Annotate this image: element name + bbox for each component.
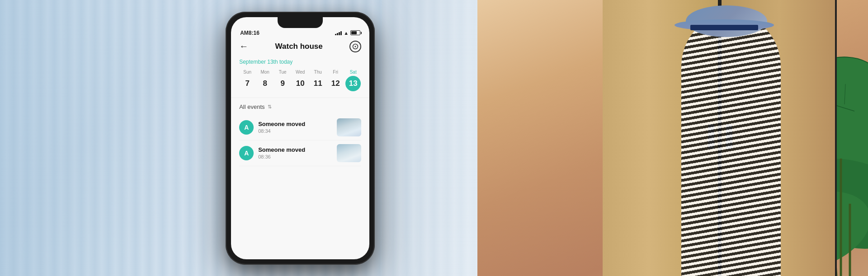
events-section: All events ⇅ A Someone moved 08:34: [231, 100, 369, 170]
event-time-2: 08:36: [258, 154, 332, 159]
signal-icon: [335, 31, 342, 35]
door-frame-right: [835, 0, 837, 276]
event-avatar-2: A: [239, 146, 254, 160]
svg-point-14: [355, 46, 356, 47]
day-number-sat: 13: [345, 76, 361, 91]
app-header: ← Watch house: [231, 39, 369, 57]
event-time-1: 08:34: [258, 128, 332, 134]
phone: AM8:16 ▲ ← Watch house: [226, 12, 375, 265]
event-title-1: Someone moved: [258, 121, 332, 127]
wall-transition: [382, 0, 477, 276]
day-tue[interactable]: Tue 9: [274, 70, 291, 91]
divider: [231, 98, 369, 98]
background: [0, 0, 868, 276]
status-time: AM8:16: [240, 30, 259, 36]
settings-button[interactable]: [349, 41, 361, 52]
event-thumbnail-2: [337, 144, 361, 162]
event-avatar-1: A: [239, 120, 254, 135]
person-shirt: [681, 14, 781, 276]
events-header-label: All events: [239, 103, 264, 110]
day-label-thu: Thu: [314, 70, 322, 75]
day-label-sat: Sat: [350, 70, 357, 75]
person-area: [672, 0, 790, 276]
person-hat-ribbon: [690, 25, 758, 30]
day-label-tue: Tue: [279, 70, 287, 75]
day-number-mon: 8: [257, 76, 273, 91]
date-header: September 13th today: [239, 59, 361, 65]
day-number-fri: 12: [328, 76, 343, 91]
date-section: September 13th today Sun 7 Mon 8 Tue 9: [231, 57, 369, 96]
event-info-1: Someone moved 08:34: [258, 121, 332, 134]
sort-icon: ⇅: [268, 104, 272, 110]
day-number-tue: 9: [275, 76, 290, 91]
day-fri[interactable]: Fri 12: [327, 70, 344, 91]
background-right: [477, 0, 868, 276]
wifi-icon: ▲: [344, 30, 349, 36]
battery-icon: [350, 30, 360, 35]
day-mon[interactable]: Mon 8: [257, 70, 273, 91]
day-sat[interactable]: Sat 13: [345, 70, 361, 91]
status-icons: ▲: [335, 30, 360, 36]
event-item-1[interactable]: A Someone moved 08:34: [239, 115, 361, 140]
event-info-2: Someone moved 08:36: [258, 146, 332, 159]
day-wed[interactable]: Wed 10: [292, 70, 308, 91]
calendar-week: Sun 7 Mon 8 Tue 9 Wed 10: [239, 70, 361, 91]
phone-notch: [278, 17, 323, 28]
day-thu[interactable]: Thu 11: [310, 70, 326, 91]
event-thumbnail-1: [337, 118, 361, 136]
day-label-wed: Wed: [296, 70, 305, 75]
app-title: Watch house: [275, 42, 323, 51]
events-header[interactable]: All events ⇅: [239, 103, 361, 110]
day-number-thu: 11: [310, 76, 326, 91]
event-title-2: Someone moved: [258, 146, 332, 153]
day-sun[interactable]: Sun 7: [239, 70, 255, 91]
day-number-sun: 7: [240, 76, 255, 91]
back-button[interactable]: ←: [239, 41, 248, 51]
day-label-sun: Sun: [243, 70, 251, 75]
day-number-wed: 10: [292, 76, 308, 91]
event-item-2[interactable]: A Someone moved 08:36: [239, 140, 361, 166]
day-label-mon: Mon: [260, 70, 269, 75]
phone-body: AM8:16 ▲ ← Watch house: [226, 12, 375, 265]
phone-screen: AM8:16 ▲ ← Watch house: [231, 17, 369, 259]
day-label-fri: Fri: [333, 70, 338, 75]
